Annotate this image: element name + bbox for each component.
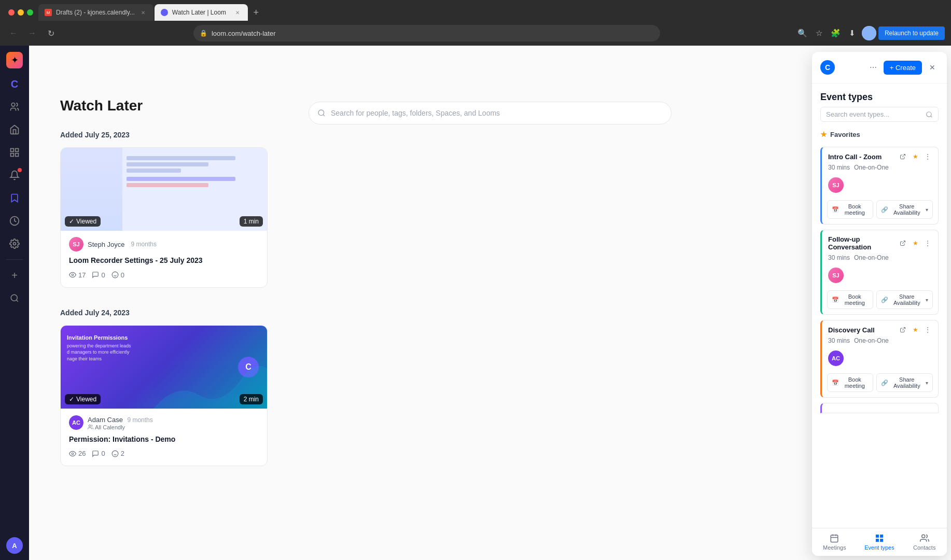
- tab-contacts[interactable]: Contacts: [902, 528, 947, 556]
- sidebar-item-home[interactable]: [5, 120, 24, 139]
- sidebar-new-btn[interactable]: +: [5, 266, 24, 285]
- tab-meetings[interactable]: Meetings: [812, 528, 857, 556]
- tab-gmail-title: Drafts (2) - kjones.calendly...: [56, 9, 135, 16]
- loom-logo[interactable]: ✦: [6, 52, 23, 68]
- window-close-btn[interactable]: [8, 9, 15, 16]
- create-btn[interactable]: + Create: [884, 61, 922, 75]
- sidebar-item-history[interactable]: [5, 212, 24, 230]
- tab-event-types[interactable]: Event types: [857, 528, 902, 556]
- sidebar-item-watch-later[interactable]: [5, 189, 24, 207]
- back-btn[interactable]: ←: [6, 26, 21, 40]
- window-min-btn[interactable]: [18, 9, 24, 16]
- author-name-2: Adam Case: [88, 416, 123, 424]
- search-icon[interactable]: 🔍: [795, 26, 810, 40]
- share-availability-btn-3[interactable]: 🔗 Share Availability ▾: [876, 373, 933, 392]
- svg-rect-2: [16, 149, 19, 152]
- author-info-2: Adam Case 9 months All Calendly: [88, 415, 153, 430]
- video-stats-1: 17 0 0: [69, 271, 259, 279]
- more-icon-1[interactable]: ⋮: [924, 152, 932, 161]
- panel-close-btn[interactable]: ✕: [926, 61, 939, 74]
- svg-rect-31: [876, 539, 878, 542]
- calendly-logo: C: [820, 60, 835, 75]
- tab-loom-close[interactable]: ✕: [233, 8, 242, 17]
- svg-point-7: [11, 295, 17, 301]
- search-placeholder: Search for people, tags, folders, Spaces…: [331, 109, 663, 117]
- favorites-star-icon: ★: [820, 130, 827, 138]
- panel-header: C ⋯ + Create ✕: [812, 52, 947, 83]
- svg-rect-25: [831, 535, 838, 542]
- sidebar-item-grid[interactable]: [5, 143, 24, 162]
- book-meeting-btn-2[interactable]: 📅 Book meeting: [827, 290, 873, 309]
- extensions-icon[interactable]: 🧩: [829, 26, 843, 40]
- star-icon-1[interactable]: ★: [911, 152, 919, 161]
- book-meeting-btn-3[interactable]: 📅 Book meeting: [827, 373, 873, 392]
- external-link-icon-1[interactable]: [899, 152, 907, 161]
- svg-point-17: [112, 451, 118, 457]
- panel-bottom-tabs: Meetings Event types Contacts: [812, 528, 947, 556]
- video-title-1: Loom Recorder Settings - 25 July 2023: [69, 256, 259, 266]
- svg-rect-4: [16, 153, 19, 157]
- forward-btn[interactable]: →: [25, 26, 39, 40]
- share-availability-btn-1[interactable]: 🔗 Share Availability ▾: [876, 200, 933, 219]
- external-link-icon-2[interactable]: [899, 239, 907, 247]
- panel-search[interactable]: [820, 107, 939, 122]
- book-meeting-btn-1[interactable]: 📅 Book meeting: [827, 200, 873, 219]
- tab-gmail-close[interactable]: ✕: [139, 8, 147, 17]
- svg-line-21: [931, 116, 932, 117]
- viewed-badge-2: ✓ Viewed: [65, 394, 101, 404]
- tab-loom-title: Watch Later | Loom: [172, 9, 229, 16]
- svg-point-20: [927, 111, 931, 116]
- star-icon-2[interactable]: ★: [911, 239, 919, 247]
- sidebar-item-my-videos[interactable]: C: [5, 75, 24, 93]
- reactions-stat-1: 0: [111, 271, 124, 279]
- video-meta-1: SJ Steph Joyce 9 months Loom Recorder Se…: [61, 231, 267, 287]
- svg-point-33: [921, 535, 925, 538]
- author-avatar-2: AC: [69, 415, 83, 430]
- star-icon[interactable]: ☆: [812, 26, 827, 40]
- more-icon-3[interactable]: ⋮: [924, 326, 932, 334]
- downloads-icon[interactable]: ⬇: [845, 26, 860, 40]
- comments-stat-1: 0: [92, 271, 105, 279]
- sidebar-item-settings[interactable]: [5, 234, 24, 253]
- share-availability-btn-2[interactable]: 🔗 Share Availability ▾: [876, 290, 933, 309]
- relaunch-btn[interactable]: Relaunch to update: [878, 26, 945, 40]
- sidebar-item-notifications[interactable]: [5, 166, 24, 185]
- more-icon-2[interactable]: ⋮: [924, 239, 932, 247]
- svg-point-0: [11, 103, 15, 107]
- tab-gmail[interactable]: M Drafts (2) - kjones.calendly... ✕: [38, 4, 153, 21]
- svg-line-23: [902, 241, 905, 244]
- new-tab-btn[interactable]: +: [249, 5, 263, 20]
- event-details-3: 30 mins One-on-One: [822, 336, 938, 348]
- svg-point-15: [89, 425, 91, 427]
- host-avatar-2: SJ: [828, 268, 844, 283]
- event-host-2: SJ: [822, 265, 938, 287]
- video-card-1[interactable]: ✓ Viewed 1 min SJ Steph Joyce 9 months: [60, 147, 268, 288]
- panel-menu-btn[interactable]: ⋯: [867, 61, 879, 74]
- panel-search-input[interactable]: [826, 110, 921, 118]
- views-stat-1: 17: [69, 271, 86, 279]
- svg-point-11: [72, 274, 74, 276]
- tab-loom[interactable]: Watch Later | Loom ✕: [155, 4, 248, 21]
- external-link-icon-3[interactable]: [899, 326, 907, 334]
- svg-point-6: [13, 243, 16, 245]
- search-bar[interactable]: Search for people, tags, folders, Spaces…: [309, 102, 672, 124]
- section-date-2: Added July 24, 2023: [60, 309, 920, 317]
- sidebar-search-btn[interactable]: [5, 289, 24, 307]
- profile-icon[interactable]: [862, 26, 876, 40]
- refresh-btn[interactable]: ↻: [44, 26, 58, 40]
- video-title-2: Permission: Invitations - Demo: [69, 435, 259, 445]
- star-icon-3[interactable]: ★: [911, 326, 919, 334]
- sidebar-item-people[interactable]: [5, 97, 24, 116]
- loom-sidebar: ✦ C + A: [0, 46, 29, 560]
- event-card-header-3: Discovery Call ★ ⋮: [822, 320, 938, 336]
- video-card-2[interactable]: Invitation Permissions powering the depa…: [60, 325, 268, 467]
- video-meta-2: AC Adam Case 9 months All Calendly: [61, 409, 267, 466]
- address-bar[interactable]: 🔒 loom.com/watch-later: [193, 25, 660, 41]
- favorites-header: ★ Favorites: [820, 130, 939, 138]
- window-max-btn[interactable]: [27, 9, 33, 16]
- event-card-followup: Follow-up Conversation ★ ⋮ 30 mins One-o…: [820, 230, 939, 315]
- event-card-partial: [820, 403, 939, 413]
- thumb2-sub: powering the department leadsd managers …: [67, 343, 131, 362]
- host-avatar-3: AC: [828, 351, 844, 366]
- sidebar-user-avatar[interactable]: A: [6, 537, 23, 554]
